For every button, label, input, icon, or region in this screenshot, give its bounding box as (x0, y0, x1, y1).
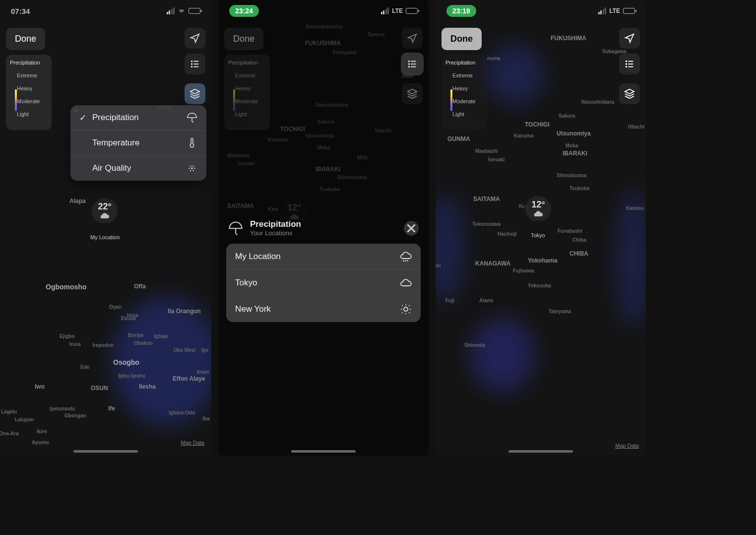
precipitation-legend: Precipitation Extreme Heavy Moderate Lig… (441, 55, 487, 130)
svg-point-26 (404, 307, 408, 311)
map-city-label: Yokohama (528, 257, 558, 264)
status-bar: 07:34 (0, 0, 211, 22)
layer-option-precipitation[interactable]: ✓Precipitation (70, 105, 206, 131)
signal-icon (381, 7, 389, 14)
location-row-tokyo[interactable]: Tokyo (226, 270, 421, 296)
status-icons: LTE (598, 7, 635, 14)
battery-icon (406, 8, 418, 14)
locations-list-button[interactable] (619, 54, 640, 74)
umbrella-icon (187, 112, 197, 123)
layers-button[interactable] (185, 83, 205, 104)
sheet-title: Precipitation (250, 219, 301, 229)
location-row-new-york[interactable]: New York (226, 296, 421, 322)
pin-label: My Location (90, 234, 120, 240)
done-button[interactable]: Done (224, 28, 263, 50)
map-city-label: OSUN (91, 385, 108, 392)
map-city-label: SAITAMA (473, 196, 500, 202)
screenshot-3: FUKUSHIMA Sukagawa Iwaki numa Nasushioba… (436, 0, 646, 456)
status-bar: 23:19 LTE (436, 0, 646, 22)
close-button[interactable] (404, 221, 419, 236)
map-city-label: FUKUSHIMA (551, 35, 586, 42)
map-city-label: Ona-Ara (0, 431, 18, 436)
map-city-label: Irepodun (92, 342, 114, 348)
done-button[interactable]: Done (441, 28, 482, 50)
locations-list-button[interactable] (402, 54, 423, 74)
svg-point-11 (193, 165, 194, 166)
map-city-label: Ikire (37, 429, 47, 434)
map-city-label: Fujisawa (513, 268, 534, 273)
map-city-label: Aram (196, 369, 209, 375)
layer-option-air-quality[interactable]: Air Quality (70, 156, 206, 181)
map-city-label: Ijer (201, 347, 209, 353)
status-icons (167, 7, 201, 15)
map-data-link[interactable]: Map Data (615, 443, 639, 449)
map-city-label: Osogbo (113, 358, 139, 366)
map-city-label: Kanuma (514, 133, 533, 138)
map-city-label: Apomu (32, 440, 49, 445)
legend-label: Extreme (452, 72, 473, 78)
svg-line-33 (409, 305, 409, 306)
legend-gradient (233, 89, 235, 111)
map-city-label: Iba (202, 416, 209, 421)
legend-label: Moderate (235, 98, 258, 104)
layers-icon (189, 88, 200, 99)
map-city-label: Kamisu (626, 205, 644, 211)
locations-list: My Location Tokyo New York (226, 244, 421, 322)
locate-button[interactable] (402, 28, 423, 49)
cloud-icon (533, 209, 543, 219)
legend-label: Heavy (235, 85, 251, 91)
rain-icon (400, 251, 412, 263)
weather-pin[interactable]: 12° (524, 195, 553, 223)
list-icon (407, 59, 418, 69)
particles-icon (187, 163, 197, 174)
map-city-label: Boripe (128, 333, 144, 338)
layer-option-temperature[interactable]: Temperature (70, 131, 206, 156)
svg-point-37 (626, 64, 627, 65)
map-city-label: Ede (80, 364, 89, 370)
location-name: Tokyo (235, 278, 257, 288)
screenshot-2: Aizuwakamatsu Tamura Sukagawa FUKUSHIMA … (218, 0, 429, 456)
layer-label: Precipitation (92, 113, 139, 123)
pin-label: Tokyo (531, 232, 545, 238)
locate-button[interactable] (619, 28, 640, 49)
locations-list-button[interactable] (185, 54, 205, 74)
svg-point-8 (189, 168, 189, 169)
home-indicator (73, 450, 138, 453)
map-city-label: Shimotsuma (557, 173, 586, 178)
svg-point-14 (409, 61, 410, 62)
precipitation-legend: Precipitation Extreme Heavy Moderate Lig… (6, 55, 52, 130)
weather-pin[interactable]: 22° (90, 197, 119, 225)
legend-label: Moderate (17, 98, 40, 104)
svg-line-32 (409, 312, 409, 313)
legend-label: Extreme (235, 72, 255, 78)
legend-title: Precipitation (445, 60, 483, 66)
svg-line-34 (402, 312, 402, 313)
close-icon (404, 221, 419, 236)
svg-point-10 (190, 165, 191, 166)
svg-marker-20 (408, 89, 417, 94)
network-label: LTE (609, 7, 620, 14)
map-city-label: Ekusa (121, 316, 135, 321)
layers-button[interactable] (619, 83, 640, 104)
legend-title: Precipitation (228, 60, 266, 66)
map-city-label: Igbajo (154, 334, 168, 339)
layers-button[interactable] (402, 83, 423, 104)
location-row-my-location[interactable]: My Location (226, 244, 421, 270)
svg-marker-6 (190, 89, 199, 94)
legend-title: Precipitation (10, 60, 48, 66)
pin-temperature: 22° (98, 201, 111, 212)
svg-line-31 (402, 305, 402, 306)
status-time-pill: 23:19 (446, 5, 476, 17)
battery-icon (189, 8, 200, 14)
map-data-link[interactable]: Map Data (181, 440, 204, 446)
svg-point-39 (626, 67, 627, 67)
done-button[interactable]: Done (6, 28, 45, 50)
locate-button[interactable] (185, 28, 205, 49)
sheet-subtitle: Your Locations (250, 229, 301, 237)
locations-sheet: Precipitation Your Locations My Location… (226, 216, 421, 322)
svg-point-0 (191, 61, 192, 62)
map-city-label: TOCHIGI (525, 121, 550, 128)
precipitation-legend: Precipitation Extreme Heavy Moderate Lig… (224, 55, 270, 130)
map-city-label: KANAGAWA (475, 260, 510, 267)
layers-icon (407, 88, 418, 99)
